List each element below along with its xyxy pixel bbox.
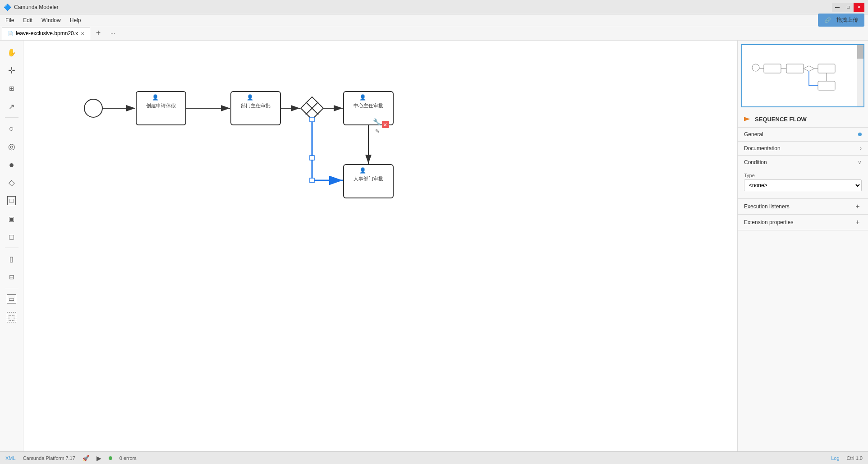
version-label: Ctrl 1.0 xyxy=(847,455,863,461)
minimap[interactable] xyxy=(741,44,864,107)
task-create-leave[interactable] xyxy=(136,92,186,125)
toolbar-divider-1 xyxy=(5,117,18,118)
play-icon[interactable]: ▶ xyxy=(96,455,101,462)
flow-handle-1[interactable] xyxy=(310,117,314,122)
lasso-select-button[interactable]: ⬚ xyxy=(4,309,20,325)
add-execution-listener-button[interactable]: + xyxy=(854,202,862,211)
svg-rect-5 xyxy=(786,64,804,73)
flow-handle-2[interactable] xyxy=(310,156,314,160)
task-center-approve[interactable] xyxy=(344,92,393,125)
call-activity-icon: ▢ xyxy=(9,233,14,240)
subprocess-button[interactable]: ▣ xyxy=(4,211,20,227)
upload-icon: 🔗 xyxy=(822,16,833,24)
toolbar-divider-3 xyxy=(5,288,18,288)
bpmn-diagram: 👤 创建申请休假 👤 部门主任审批 👤 中心主任审批 xyxy=(23,41,737,451)
task1-icon: 👤 xyxy=(152,94,159,101)
lasso-icon: ⊹ xyxy=(8,65,15,75)
app-icon: 🔷 xyxy=(4,4,11,11)
hand-tool-button[interactable]: ✋ xyxy=(4,44,20,60)
section-condition-content: Type <none> Expression Script xyxy=(738,169,868,198)
menu-help[interactable]: Help xyxy=(68,16,83,24)
condition-type-label: Type xyxy=(744,173,862,178)
menu-edit[interactable]: Edit xyxy=(21,16,34,24)
upload-label: 拖拽上传 xyxy=(835,15,860,25)
tab-label: leave-exclusive.bpmn20.x xyxy=(16,30,78,37)
platform-label: Camunda Platform 7.17 xyxy=(23,455,75,461)
status-bar: XML Camunda Platform 7.17 🚀 ▶ 0 errors L… xyxy=(0,451,868,464)
subprocess-icon: ▣ xyxy=(9,215,14,222)
maximize-button[interactable]: □ xyxy=(843,3,854,12)
start-event-button[interactable]: ○ xyxy=(4,120,20,137)
properties-header: SEQUENCE FLOW xyxy=(738,111,868,128)
section-documentation-header[interactable]: Documentation › xyxy=(738,142,868,155)
connect-tool-button[interactable]: ↗ xyxy=(4,98,20,115)
expand-button[interactable]: ▭ xyxy=(4,291,20,307)
flow-handle-3[interactable] xyxy=(310,178,314,183)
section-general-header[interactable]: General xyxy=(738,128,868,141)
gateway-icon: ◇ xyxy=(9,178,15,188)
svg-point-2 xyxy=(752,64,759,71)
minimap-scroll-thumb[interactable] xyxy=(857,45,863,59)
properties-title: SEQUENCE FLOW xyxy=(755,116,807,123)
section-execution-listeners-label: Execution listeners xyxy=(744,203,790,210)
section-condition-header[interactable]: Condition ∨ xyxy=(738,156,868,169)
call-activity-button[interactable]: ▢ xyxy=(4,229,20,245)
chevron-right-icon: › xyxy=(860,145,862,152)
right-panel: SEQUENCE FLOW General Documentation › xyxy=(737,41,868,451)
close-button[interactable]: ✕ xyxy=(854,3,864,12)
add-tab-button[interactable]: + xyxy=(92,27,105,40)
menu-bar: File Edit Window Help 🔗 拖拽上传 xyxy=(0,14,868,26)
task-hr-approve[interactable] xyxy=(344,165,393,198)
gateway-button[interactable]: ◇ xyxy=(4,175,20,191)
end-event-icon: ● xyxy=(9,160,14,170)
properties-panel: SEQUENCE FLOW General Documentation › xyxy=(738,111,868,451)
condition-type-select[interactable]: <none> Expression Script xyxy=(744,179,862,191)
space-icon: ⊞ xyxy=(9,85,14,92)
task3-icon: 👤 xyxy=(359,94,366,101)
tab-bar: 📄 leave-exclusive.bpmn20.x ✕ + ··· xyxy=(0,26,868,41)
sequence-flow-icon xyxy=(744,115,751,123)
xml-label[interactable]: XML xyxy=(5,455,16,461)
intermediate-icon: ◎ xyxy=(8,142,15,152)
close-tab-icon[interactable]: ✕ xyxy=(81,31,84,36)
menu-file[interactable]: File xyxy=(4,16,16,24)
upload-button[interactable]: 🔗 拖拽上传 xyxy=(818,14,864,27)
data-object-button[interactable]: ▯ xyxy=(4,251,20,267)
task3-label: 中心主任审批 xyxy=(354,103,383,108)
task-dept-approve[interactable] xyxy=(231,92,280,125)
flow-delete-icon: ✕ xyxy=(383,122,387,128)
tab-leave-exclusive[interactable]: 📄 leave-exclusive.bpmn20.x ✕ xyxy=(2,27,90,40)
section-execution-listeners-header[interactable]: Execution listeners + xyxy=(738,199,868,214)
tab-icon: 📄 xyxy=(8,31,13,36)
log-label[interactable]: Log xyxy=(831,455,839,461)
minimap-svg xyxy=(742,45,863,106)
diagram-canvas[interactable]: 👤 创建申请休假 👤 部门主任审批 👤 中心主任审批 xyxy=(23,41,737,451)
start-event-icon: ○ xyxy=(9,124,14,133)
svg-rect-11 xyxy=(818,81,835,90)
more-tabs-button[interactable]: ··· xyxy=(106,27,119,40)
minimap-scroll[interactable] xyxy=(857,45,863,106)
space-tool-button[interactable]: ⊞ xyxy=(4,80,20,96)
status-right-section: Log Ctrl 1.0 xyxy=(831,455,863,461)
end-event-button[interactable]: ● xyxy=(4,156,20,173)
section-extension-properties-header[interactable]: Extension properties + xyxy=(738,215,868,230)
left-toolbar: ✋ ⊹ ⊞ ↗ ○ ◎ ● ◇ □ ▣ ▢ xyxy=(0,41,23,451)
errors-dot xyxy=(109,456,112,460)
task-button[interactable]: □ xyxy=(4,193,20,209)
flow-edit-symbol[interactable]: ✎ xyxy=(375,128,380,134)
flow-edit-icon[interactable]: 🔧 xyxy=(373,118,381,126)
intermediate-event-button[interactable]: ◎ xyxy=(4,138,20,155)
section-execution-listeners: Execution listeners + xyxy=(738,199,868,215)
data-store-button[interactable]: ⊟ xyxy=(4,269,20,285)
section-extension-properties-label: Extension properties xyxy=(744,219,793,225)
section-documentation: Documentation › xyxy=(738,142,868,156)
start-event[interactable] xyxy=(84,99,102,117)
task-icon: □ xyxy=(7,196,15,205)
minimize-button[interactable]: — xyxy=(832,3,843,12)
menu-window[interactable]: Window xyxy=(40,16,63,24)
section-condition: Condition ∨ Type <none> Expression Scrip… xyxy=(738,156,868,199)
lasso-select-icon: ⬚ xyxy=(7,312,16,322)
add-extension-property-button[interactable]: + xyxy=(854,218,862,226)
task4-icon: 👤 xyxy=(359,167,366,174)
lasso-tool-button[interactable]: ⊹ xyxy=(4,62,20,78)
